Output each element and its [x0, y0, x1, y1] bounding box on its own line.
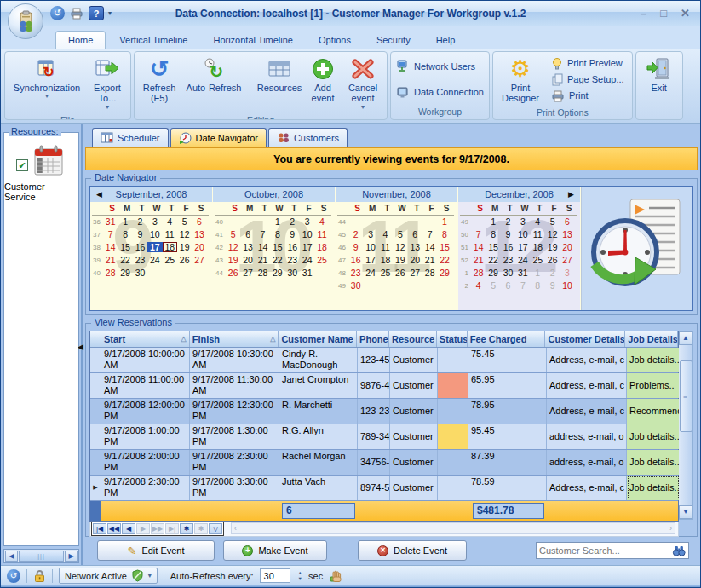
tab-home[interactable]: Home: [55, 31, 106, 49]
calendar-day[interactable]: 24: [515, 255, 530, 265]
table-row[interactable]: 9/17/2008 10:00:00 AM9/17/2008 10:30:00 …: [90, 348, 678, 373]
calendar-day[interactable]: 1: [531, 268, 545, 278]
calendar-day[interactable]: 28: [256, 268, 270, 278]
calendar-day[interactable]: 10: [560, 280, 574, 291]
calendar-day[interactable]: 24: [300, 255, 314, 265]
column-header-fee[interactable]: Fee Charged: [468, 331, 546, 347]
calendar-day[interactable]: 15: [270, 242, 284, 252]
exit-button[interactable]: Exit: [639, 54, 680, 105]
calendar-day[interactable]: 10: [363, 242, 377, 252]
calendar-day[interactable]: 31: [103, 216, 118, 227]
calendar-day[interactable]: 14: [256, 242, 270, 252]
calendar-day[interactable]: 5: [177, 216, 192, 227]
calendar-day[interactable]: 9: [501, 229, 515, 239]
stop-hand-icon[interactable]: [329, 569, 342, 583]
calendar-day[interactable]: 4: [531, 216, 545, 227]
calendar-day[interactable]: 12: [393, 242, 407, 252]
cancel-event-button[interactable]: Cancel event▾: [342, 54, 384, 113]
calendar-day[interactable]: 10: [515, 229, 530, 239]
calendar-day[interactable]: 3: [560, 268, 574, 278]
insert-icon[interactable]: ✱: [180, 523, 193, 534]
calendar-day[interactable]: 13: [408, 242, 422, 252]
calendar-day[interactable]: 9: [545, 280, 560, 291]
spinner-arrows[interactable]: ▲▼: [298, 570, 302, 580]
refresh-interval-spinner[interactable]: 30: [260, 568, 290, 583]
calendar-day[interactable]: 18: [531, 242, 545, 252]
calendar-day[interactable]: 6: [560, 216, 574, 227]
calendar-day[interactable]: 4: [471, 280, 486, 291]
scroll-left-icon[interactable]: ◀: [5, 551, 18, 562]
calendar-next-icon[interactable]: ▶: [568, 190, 574, 199]
calendar-day[interactable]: 5: [393, 229, 407, 239]
print-designer-button[interactable]: ⚙ Print Designer: [496, 54, 545, 106]
calendar-day[interactable]: 23: [501, 255, 515, 265]
column-header-finish[interactable]: Finish△: [190, 331, 279, 347]
calendar-day[interactable]: 7: [515, 280, 530, 291]
calendar-day[interactable]: 14: [103, 242, 118, 252]
calendar-day[interactable]: 2: [501, 216, 515, 227]
calendar-day[interactable]: 1: [118, 216, 132, 227]
calendar-day[interactable]: 1: [270, 216, 284, 227]
calendar-day[interactable]: 24: [147, 255, 162, 265]
calendar-day[interactable]: 11: [163, 229, 177, 239]
help-icon[interactable]: ?: [89, 6, 104, 20]
calendar-day[interactable]: 4: [378, 229, 393, 239]
calendar-day[interactable]: 4: [314, 216, 329, 227]
calendar-day[interactable]: 3: [363, 229, 377, 239]
calendar-day[interactable]: 27: [240, 268, 255, 278]
lock-icon[interactable]: [33, 569, 46, 583]
calendar-day[interactable]: 29: [437, 268, 451, 278]
calendar-day[interactable]: 9: [348, 242, 363, 252]
calendar-day[interactable]: 27: [408, 268, 422, 278]
calendar-day[interactable]: 28: [471, 268, 486, 278]
table-row[interactable]: 9/17/2008 12:00:00 PM9/17/2008 12:30:00 …: [90, 399, 678, 424]
calendar-day[interactable]: 3: [515, 216, 530, 227]
calendar-day[interactable]: 17: [300, 242, 314, 252]
undo-icon[interactable]: ↺: [50, 6, 65, 20]
calendar-day[interactable]: 16: [501, 242, 515, 252]
refresh-button[interactable]: ↺ Refresh (F5): [137, 54, 181, 113]
calendar-day[interactable]: 10: [147, 229, 162, 239]
sidebar-horizontal-scrollbar[interactable]: ◀ ||| ▶: [3, 549, 79, 563]
calendar-day[interactable]: 9: [285, 229, 300, 239]
first-icon[interactable]: |◀: [93, 523, 106, 534]
calendar-day[interactable]: 31: [300, 268, 314, 278]
calendar-day[interactable]: 29: [486, 268, 500, 278]
spin-down-icon[interactable]: ▼: [298, 576, 302, 581]
calendar-day[interactable]: 12: [226, 242, 240, 252]
scroll-right-icon[interactable]: ▶: [65, 551, 78, 562]
calendar-day[interactable]: 20: [408, 255, 422, 265]
add-event-button[interactable]: Add event: [305, 54, 341, 113]
tab-customers[interactable]: Customers: [268, 128, 348, 147]
calendar-day[interactable]: 1: [486, 216, 500, 227]
minimize-button[interactable]: –: [641, 7, 646, 20]
calendar-day[interactable]: 22: [486, 255, 500, 265]
calendar-day[interactable]: 23: [285, 255, 300, 265]
scroll-left-icon[interactable]: ‹: [234, 524, 237, 533]
calendar-day[interactable]: 18: [378, 255, 393, 265]
calendar-day[interactable]: 21: [256, 255, 270, 265]
synchronization-button[interactable]: ↻ Synchronization▾: [8, 54, 86, 113]
tab-help[interactable]: Help: [424, 32, 468, 49]
calendar-day[interactable]: 7: [256, 229, 270, 239]
calendar-day[interactable]: 6: [408, 229, 422, 239]
data-connection-button[interactable]: Data Connection: [394, 85, 486, 100]
calendar-day[interactable]: 17: [363, 255, 377, 265]
tab-vertical-timeline[interactable]: Vertical Timeline: [107, 32, 199, 49]
calendar-day[interactable]: 25: [378, 268, 393, 278]
calendar-day[interactable]: 8: [118, 229, 132, 239]
calendar-day[interactable]: 28: [103, 268, 118, 278]
prev-icon[interactable]: ◀: [122, 523, 135, 534]
resources-button[interactable]: Resources: [255, 54, 304, 113]
calendar-day[interactable]: 28: [422, 268, 437, 278]
calendar-day[interactable]: 22: [270, 255, 284, 265]
network-status-dropdown[interactable]: Network Active ▾: [59, 568, 158, 584]
sidebar-splitter[interactable]: ◀: [81, 124, 83, 565]
calendar-day[interactable]: 30: [348, 280, 363, 291]
resource-item-customer-service[interactable]: ✔: [4, 133, 78, 202]
print-button[interactable]: Print: [549, 89, 626, 103]
calendar-day[interactable]: 6: [240, 229, 255, 239]
calendar-day[interactable]: 7: [471, 229, 486, 239]
calendar-day[interactable]: 8: [486, 229, 500, 239]
calendar-day[interactable]: 23: [348, 268, 363, 278]
